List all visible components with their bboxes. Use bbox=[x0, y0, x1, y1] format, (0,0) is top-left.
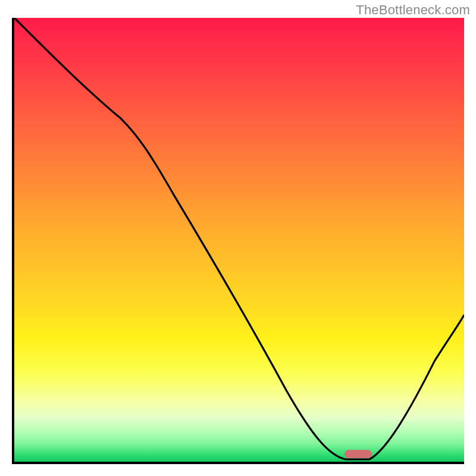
chart-line-path bbox=[14, 18, 464, 459]
chart-line bbox=[14, 18, 464, 462]
chart-plot-area bbox=[12, 18, 464, 464]
chart-marker-pill bbox=[345, 450, 372, 458]
watermark-text: TheBottleneck.com bbox=[356, 2, 470, 18]
